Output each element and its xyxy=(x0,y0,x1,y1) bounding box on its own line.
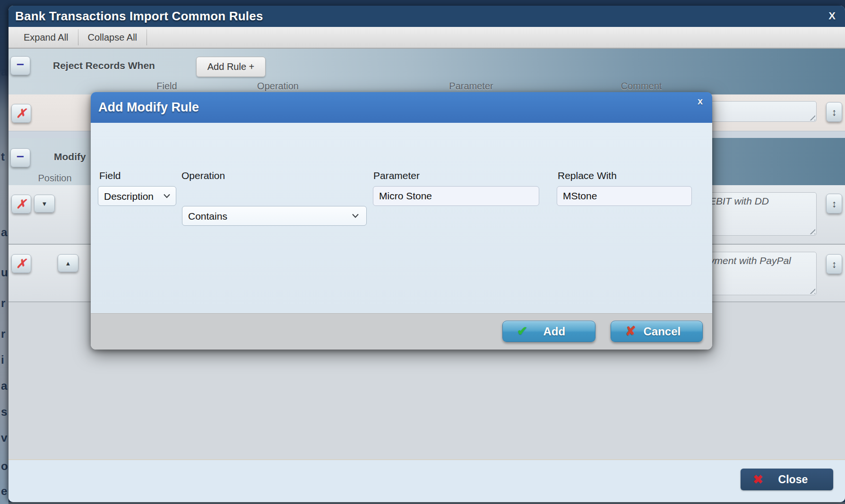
operation-label: Operation xyxy=(181,170,225,181)
expand-comment-button[interactable]: ↕ xyxy=(826,194,842,214)
close-button-label: Close xyxy=(763,473,823,486)
add-button[interactable]: ✔ Add xyxy=(502,321,595,342)
background-page-strip: a t a u r r i a s v o e xyxy=(0,0,9,504)
background-text-fragment: a xyxy=(1,379,9,393)
background-text-fragment: t xyxy=(1,150,9,163)
parameter-input[interactable] xyxy=(373,186,539,206)
operation-select[interactable]: Contains xyxy=(182,206,367,226)
expand-comment-button[interactable]: ↕ xyxy=(826,102,842,122)
vertical-resize-icon: ↕ xyxy=(832,107,837,117)
screen: a t a u r r i a s v o e Bank Transaction… xyxy=(0,0,845,504)
window-close-icon[interactable]: X xyxy=(828,10,836,22)
background-text-fragment: u xyxy=(1,266,9,279)
minus-icon: − xyxy=(17,58,24,71)
modal-close-icon[interactable]: x xyxy=(698,96,703,107)
column-header-field: Field xyxy=(156,81,177,92)
minus-icon: − xyxy=(17,150,24,163)
delete-x-icon: ✗ xyxy=(16,198,26,210)
parameter-label: Parameter xyxy=(373,170,420,181)
add-modify-rule-modal: Add Modify Rule x Field Description Oper… xyxy=(91,92,712,350)
comment-textarea-wrap: yment with PayPal xyxy=(704,252,817,295)
parameter-input-wrap xyxy=(373,186,539,206)
delete-rule-button[interactable]: ✗ xyxy=(11,195,31,214)
vertical-resize-icon: ↕ xyxy=(832,259,837,269)
close-button[interactable]: ✖ Close xyxy=(741,469,833,490)
modal-title: Add Modify Rule xyxy=(98,100,199,115)
arrow-up-icon: ▲ xyxy=(65,260,71,266)
background-text-fragment: a xyxy=(1,226,9,239)
replace-with-label: Replace With xyxy=(558,170,617,181)
cancel-x-icon: ✘ xyxy=(625,325,636,338)
dialog-title: Bank Transactions Import Common Rules xyxy=(15,9,263,24)
background-text-fragment: r xyxy=(1,297,9,310)
modal-body: Field Description Operation Contains Par… xyxy=(91,123,712,313)
cancel-button[interactable]: ✘ Cancel xyxy=(611,321,703,342)
expand-all-button[interactable]: Expand All xyxy=(15,27,77,48)
reject-section-title: Reject Records When xyxy=(53,60,155,71)
delete-x-icon: ✗ xyxy=(16,107,26,120)
checkmark-icon: ✔ xyxy=(517,325,528,338)
expand-comment-button[interactable]: ↕ xyxy=(826,254,842,274)
cancel-button-label: Cancel xyxy=(636,325,688,338)
column-header-comment: Comment xyxy=(621,81,662,92)
dialog-footer: ✖ Close xyxy=(9,459,845,502)
modify-comment-input[interactable]: EBIT with DD xyxy=(705,193,816,235)
replace-with-input-wrap xyxy=(557,186,692,206)
background-text-fragment: r xyxy=(1,327,9,341)
field-label: Field xyxy=(99,170,121,181)
field-select[interactable]: Description xyxy=(98,186,176,206)
close-x-icon: ✖ xyxy=(753,473,763,486)
background-text-fragment: i xyxy=(1,353,9,367)
reject-collapse-button[interactable]: − xyxy=(10,56,30,75)
background-text-fragment: e xyxy=(1,485,9,498)
background-text-fragment: v xyxy=(1,431,9,444)
modify-collapse-button[interactable]: − xyxy=(10,148,30,167)
reject-add-rule-button[interactable]: Add Rule + xyxy=(196,57,266,77)
background-text-fragment: o xyxy=(1,460,9,473)
toolbar-separator xyxy=(147,29,147,45)
modal-header: Add Modify Rule x xyxy=(91,92,712,123)
replace-with-input[interactable] xyxy=(557,186,692,206)
delete-x-icon: ✗ xyxy=(16,257,26,270)
column-header-position: Position xyxy=(38,173,71,184)
dialog-titlebar: Bank Transactions Import Common Rules X xyxy=(9,6,845,27)
toolbar-separator xyxy=(78,29,78,45)
operation-select-wrap: Contains xyxy=(182,206,367,226)
delete-rule-button[interactable]: ✗ xyxy=(11,254,31,273)
background-text-fragment: a xyxy=(1,65,9,78)
window-bottom-edge xyxy=(9,502,845,504)
toolbar: Expand All Collapse All xyxy=(9,27,845,49)
arrow-down-icon: ▼ xyxy=(42,201,48,207)
modal-footer: ✔ Add ✘ Cancel xyxy=(91,313,712,350)
move-down-button[interactable]: ▼ xyxy=(34,195,55,213)
vertical-resize-icon: ↕ xyxy=(832,199,837,209)
collapse-all-button[interactable]: Collapse All xyxy=(79,27,146,48)
column-header-operation: Operation xyxy=(257,81,299,92)
modify-comment-input[interactable]: yment with PayPal xyxy=(705,252,816,295)
comment-textarea-wrap: EBIT with DD xyxy=(704,192,817,236)
delete-rule-button[interactable]: ✗ xyxy=(11,104,31,123)
column-header-parameter: Parameter xyxy=(449,81,493,92)
comment-textarea-wrap xyxy=(704,101,817,122)
background-text-fragment: s xyxy=(1,405,9,419)
reject-section-header: − Reject Records When Add Rule + Field O… xyxy=(9,49,845,94)
add-button-label: Add xyxy=(528,325,581,338)
move-up-button[interactable]: ▲ xyxy=(58,254,78,272)
modify-section-title: Modify xyxy=(54,151,86,162)
field-select-wrap: Description xyxy=(98,186,176,206)
reject-comment-input[interactable] xyxy=(705,102,816,121)
